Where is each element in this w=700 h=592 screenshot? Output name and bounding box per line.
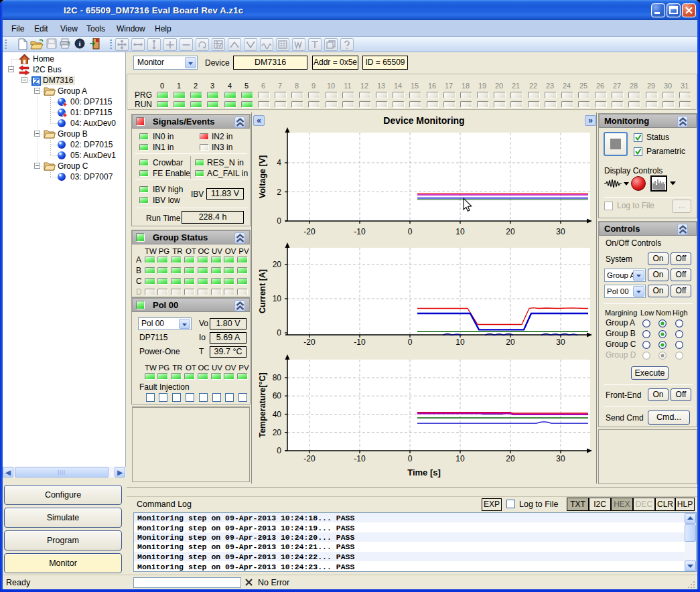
svg-text:30: 30 [556, 338, 565, 347]
svg-text:0: 0 [277, 446, 281, 455]
svg-text:4: 4 [277, 158, 281, 167]
svg-text:Temperature[°C]: Temperature[°C] [258, 372, 267, 437]
svg-text:40: 40 [273, 410, 282, 419]
svg-text:20: 20 [273, 260, 282, 269]
svg-text:20: 20 [506, 227, 515, 236]
svg-text:Current [A]: Current [A] [258, 269, 267, 313]
svg-text:80: 80 [273, 373, 282, 382]
svg-text:10: 10 [456, 227, 465, 236]
svg-text:-20: -20 [303, 338, 316, 347]
svg-text:0: 0 [408, 227, 413, 236]
svg-text:20: 20 [506, 454, 515, 463]
svg-text:10: 10 [456, 338, 465, 347]
svg-text:60: 60 [273, 391, 282, 400]
svg-text:-10: -10 [354, 338, 366, 347]
svg-text:20: 20 [273, 428, 282, 437]
svg-text:30: 30 [556, 227, 565, 236]
svg-text:i: i [78, 40, 80, 48]
svg-text:30: 30 [556, 454, 565, 463]
svg-text:10: 10 [273, 294, 282, 303]
svg-text:-20: -20 [303, 227, 316, 236]
svg-text:0: 0 [408, 454, 413, 463]
svg-text:Voltage [V]: Voltage [V] [258, 155, 267, 198]
svg-text:20: 20 [506, 338, 515, 347]
svg-text:0: 0 [408, 338, 413, 347]
svg-text:0: 0 [277, 328, 281, 338]
svg-text:2: 2 [277, 188, 281, 197]
svg-text:-10: -10 [354, 454, 366, 463]
svg-text:10: 10 [456, 454, 465, 463]
svg-text:0: 0 [277, 216, 281, 226]
svg-text:-10: -10 [354, 227, 366, 236]
svg-text:Time [s]: Time [s] [407, 467, 441, 477]
svg-text:-20: -20 [303, 454, 316, 463]
